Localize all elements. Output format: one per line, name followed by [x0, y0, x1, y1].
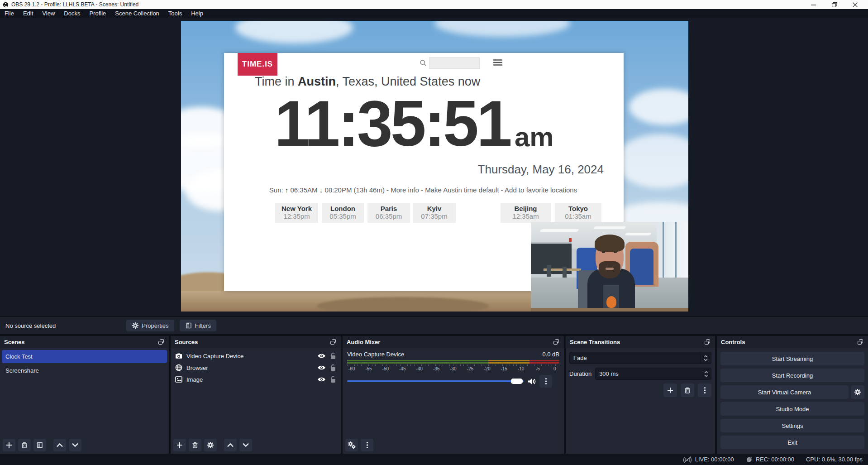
settings-button[interactable]: Settings	[720, 419, 864, 432]
scene-item-screenshare[interactable]: Screenshare	[2, 364, 167, 377]
source-down-button[interactable]	[239, 439, 252, 451]
lock-icon[interactable]	[330, 352, 336, 360]
menu-profile[interactable]: Profile	[85, 9, 110, 18]
restore-button[interactable]	[824, 0, 844, 9]
gears-icon	[348, 441, 356, 449]
mixer-menu-button[interactable]	[361, 439, 373, 451]
city-box: New York 12:35pm	[275, 203, 318, 223]
transitions-header: Scene Transitions	[566, 336, 715, 348]
menu-tools[interactable]: Tools	[164, 9, 186, 18]
transition-select[interactable]: Fade	[569, 352, 711, 364]
mixer-channel: Video Capture Device 0.0 dB -60-55-50-45…	[343, 348, 564, 388]
advanced-audio-button[interactable]	[345, 439, 358, 451]
scenes-header: Scenes	[0, 336, 169, 348]
popout-icon[interactable]	[157, 338, 165, 345]
remove-transition-button[interactable]	[681, 384, 694, 397]
channel-menu-button[interactable]	[539, 375, 552, 388]
start-streaming-button[interactable]: Start Streaming	[720, 352, 864, 365]
studio-mode-button[interactable]: Studio Mode	[720, 402, 864, 416]
sources-panel: Sources Video Capture Device Browser	[171, 336, 341, 454]
popout-icon[interactable]	[704, 338, 711, 345]
preview-canvas[interactable]: TIME.IS Time in Austin, Texas, United St…	[181, 21, 688, 312]
filters-button[interactable]: Filters	[180, 320, 216, 331]
controls-header: Controls	[717, 336, 868, 348]
source-properties-button[interactable]	[204, 439, 217, 451]
popout-icon[interactable]	[553, 338, 560, 345]
properties-button[interactable]: Properties	[126, 320, 174, 331]
add-transition-button[interactable]	[663, 384, 677, 397]
chevron-down-icon	[704, 374, 708, 377]
menu-help[interactable]: Help	[186, 9, 208, 18]
volume-slider-handle[interactable]	[511, 379, 523, 384]
meter-scale: -60-55-50-45-40-35-30-25-20-15-10-50	[347, 366, 559, 371]
city-box: Kyiv 07:35pm	[413, 203, 456, 223]
volume-slider[interactable]	[347, 380, 524, 382]
office-chair	[547, 265, 551, 277]
eye-icon[interactable]	[317, 376, 326, 383]
add-source-button[interactable]	[173, 439, 186, 451]
timeis-heading: Time in Austin, Texas, United States now	[255, 75, 603, 89]
popout-icon[interactable]	[329, 338, 337, 345]
globe-icon	[175, 364, 182, 371]
exit-button[interactable]: Exit	[720, 436, 864, 449]
filter-icon	[185, 322, 192, 329]
scenes-toolbar	[0, 436, 169, 454]
virtual-camera-config-button[interactable]	[851, 385, 864, 399]
status-bar: LIVE: 00:00:00 REC: 00:00:00 CPU: 0.6%, …	[0, 454, 868, 465]
cpu-fps-status: CPU: 0.6%, 30.00 fps	[806, 456, 863, 463]
source-context-toolbar: No source selected Properties Filters	[0, 317, 868, 334]
gear-icon	[854, 388, 861, 396]
cloud	[235, 21, 353, 43]
title-bar: OBS 29.1.2 - Profile: LLHLS BETA - Scene…	[0, 0, 868, 9]
camera-icon	[175, 352, 182, 360]
menu-scene-collection[interactable]: Scene Collection	[110, 9, 164, 18]
city-box: Paris 06:35pm	[367, 203, 410, 223]
date-text: Thursday, May 16, 2024	[478, 163, 604, 177]
transition-select-arrows[interactable]	[700, 352, 711, 364]
make-default-link: Make Austin time default	[425, 186, 499, 194]
menu-edit[interactable]: Edit	[19, 9, 38, 18]
eye-icon[interactable]	[317, 364, 326, 371]
menu-view[interactable]: View	[38, 9, 59, 18]
minimize-button[interactable]	[803, 0, 824, 9]
plus-icon	[176, 441, 183, 449]
menu-docks[interactable]: Docks	[59, 9, 85, 18]
eye-icon[interactable]	[317, 352, 326, 360]
sources-toolbar	[171, 436, 341, 454]
source-row-image[interactable]: Image	[172, 374, 339, 385]
shirt-logo	[606, 296, 616, 308]
source-row-video-capture[interactable]: Video Capture Device	[172, 350, 339, 362]
obs-window: OBS 29.1.2 - Profile: LLHLS BETA - Scene…	[0, 0, 868, 465]
start-recording-button[interactable]: Start Recording	[720, 369, 864, 382]
transition-menu-button[interactable]	[698, 384, 711, 397]
close-button[interactable]	[844, 0, 865, 9]
favorite-link: Add to favorite locations	[505, 186, 577, 194]
add-scene-button[interactable]	[3, 439, 15, 451]
source-row-browser[interactable]: Browser	[172, 362, 339, 374]
scene-filters-button[interactable]	[33, 439, 46, 451]
lock-icon[interactable]	[330, 364, 336, 371]
sources-list: Video Capture Device Browser Image	[171, 348, 341, 387]
restore-icon	[831, 2, 837, 8]
filter-icon	[36, 441, 43, 449]
remove-source-button[interactable]	[189, 439, 201, 451]
plus-icon	[5, 441, 13, 449]
source-up-button[interactable]	[224, 439, 237, 451]
speaker-icon[interactable]	[527, 378, 536, 385]
scene-up-button[interactable]	[53, 439, 66, 451]
scene-item-clock-test[interactable]: Clock Test	[2, 350, 167, 363]
gear-icon	[207, 441, 214, 449]
scene-down-button[interactable]	[69, 439, 81, 451]
duration-spinner[interactable]: 300 ms	[595, 368, 711, 380]
remove-scene-button[interactable]	[18, 439, 31, 451]
chevron-down-icon	[72, 441, 79, 449]
start-virtual-camera-button[interactable]: Start Virtual Camera	[720, 385, 849, 399]
chevron-down-icon	[242, 441, 249, 449]
chevron-up-icon	[704, 371, 708, 374]
clock-ampm: am	[515, 121, 554, 159]
lock-icon[interactable]	[330, 376, 336, 383]
menu-file[interactable]: File	[0, 9, 19, 18]
trash-icon	[684, 387, 691, 394]
popout-icon[interactable]	[857, 338, 864, 345]
duration-spinner-arrows[interactable]	[701, 371, 711, 377]
